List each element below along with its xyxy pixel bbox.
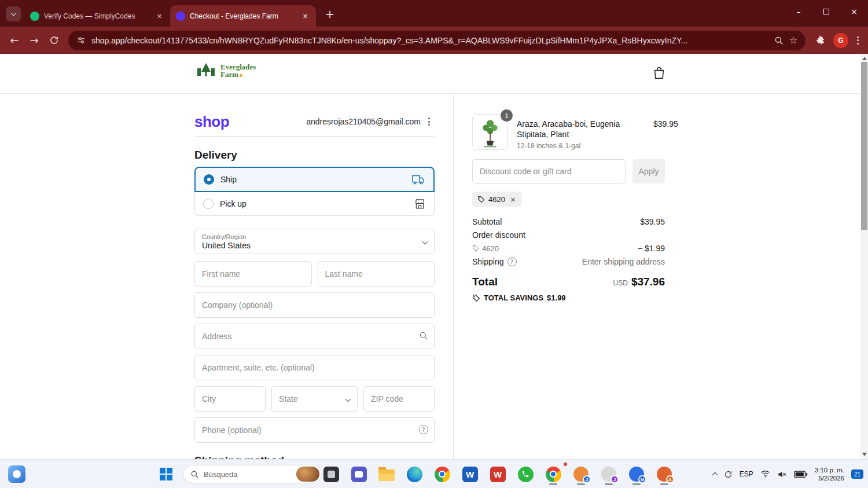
windows-taskbar: W W J J M A ESP 3:10 p. m. 5/2/2026 21 xyxy=(0,459,868,488)
tag-icon xyxy=(472,294,480,302)
scrollbar-thumb[interactable] xyxy=(861,62,867,230)
app-icon-chrome[interactable] xyxy=(428,463,456,486)
country-select[interactable]: Country/Region United States xyxy=(194,229,435,254)
profile-avatar[interactable]: G xyxy=(833,33,848,48)
page-scrollbar[interactable] xyxy=(860,54,868,459)
totals-section: Subtotal $39.95 Order discount 4620 xyxy=(472,217,665,302)
search-icon xyxy=(419,331,428,343)
tray-update-icon[interactable] xyxy=(724,470,733,479)
close-window-button[interactable]: × xyxy=(840,0,868,23)
url-text[interactable]: shop.app/checkout/1413775433/cn/hWN8RYQZ… xyxy=(91,36,768,45)
radio-selected-icon[interactable] xyxy=(204,174,214,185)
back-button[interactable]: ← xyxy=(5,31,24,50)
minimize-button[interactable]: – xyxy=(785,0,812,23)
url-bar[interactable]: shop.app/checkout/1413775433/cn/hWN8RYQZ… xyxy=(68,31,806,50)
discount-code-input[interactable] xyxy=(472,159,626,184)
cart-button[interactable] xyxy=(650,64,668,82)
state-select[interactable]: State xyxy=(271,386,358,412)
battery-icon[interactable] xyxy=(794,471,808,478)
app-icon-profile-3[interactable]: M xyxy=(623,463,650,486)
company-input[interactable] xyxy=(194,292,435,318)
shipping-help-icon[interactable]: ? xyxy=(507,257,517,266)
phone-icon xyxy=(521,470,529,478)
app-icon-file-explorer[interactable] xyxy=(373,463,400,486)
order-discount-label: Order discount xyxy=(472,230,525,240)
first-name-input[interactable] xyxy=(194,261,312,287)
search-highlight-image[interactable] xyxy=(296,467,319,482)
currency-code: USD xyxy=(613,279,628,287)
language-indicator[interactable]: ESP xyxy=(740,470,753,478)
city-input[interactable] xyxy=(194,386,266,412)
scroll-down-arrow-icon[interactable] xyxy=(862,453,867,456)
address-input[interactable] xyxy=(194,324,435,349)
new-tab-button[interactable]: + xyxy=(322,6,338,22)
maximize-button[interactable] xyxy=(812,0,840,23)
remove-discount-icon[interactable]: × xyxy=(510,195,516,204)
clock-date: 5/2/2026 xyxy=(815,474,844,482)
total-label: Total xyxy=(472,276,498,288)
app-icon-chrome-active[interactable] xyxy=(539,463,567,486)
store-logo[interactable]: Everglades Farm xyxy=(196,62,256,79)
taskbar-search[interactable] xyxy=(183,465,322,483)
country-label: Country/Region xyxy=(202,233,251,240)
tray-chevron-up-icon[interactable] xyxy=(712,472,718,478)
radio-unselected-icon[interactable] xyxy=(203,199,214,209)
app-icon-word[interactable]: W xyxy=(456,463,484,486)
tag-icon xyxy=(472,245,479,252)
total-savings-row: TOTAL SAVINGS $1.99 xyxy=(472,293,665,302)
zoom-icon[interactable] xyxy=(774,36,784,45)
order-discount-code: 4620 xyxy=(482,244,499,253)
app-icon-profile-2[interactable]: J xyxy=(595,463,623,486)
product-title: Araza, Aracaba-boi, Eugenia Stipitata, P… xyxy=(517,119,653,140)
checkout-page: Everglades Farm shop andresrojas210405@g… xyxy=(0,54,868,459)
taskbar-search-input[interactable] xyxy=(204,470,292,479)
tab-close-icon[interactable]: × xyxy=(155,11,164,21)
taskbar-app-icons: W W J J M A xyxy=(317,463,678,486)
product-price: $39.95 xyxy=(653,119,678,140)
savings-value: $1.99 xyxy=(547,293,566,302)
window-controls: – × xyxy=(785,0,868,23)
wifi-icon[interactable] xyxy=(760,470,770,478)
app-icon-profile-4[interactable]: A xyxy=(650,463,678,486)
app-icon-w-red[interactable]: W xyxy=(484,463,512,486)
browser-tab-simplycodes[interactable]: Verify Codes — SimplyCodes × xyxy=(24,5,170,27)
country-value: United States xyxy=(202,241,251,250)
scroll-up-arrow-icon[interactable] xyxy=(862,57,867,60)
bookmark-star-icon[interactable]: ☆ xyxy=(789,35,797,46)
app-icon-whatsapp[interactable] xyxy=(512,463,539,486)
delivery-option-pickup[interactable]: Pick up xyxy=(194,192,435,216)
browser-menu-button[interactable] xyxy=(852,34,863,47)
taskbar-clock[interactable]: 3:10 p. m. 5/2/2026 xyxy=(815,466,844,482)
start-button[interactable] xyxy=(160,468,172,480)
account-row: shop andresrojas210405@gmail.com xyxy=(194,113,435,130)
tab-search-button[interactable] xyxy=(6,6,21,21)
app-icon-profile-1[interactable]: J xyxy=(567,463,595,486)
last-name-input[interactable] xyxy=(318,261,435,287)
app-icon-edge[interactable] xyxy=(400,463,428,486)
account-menu-button[interactable] xyxy=(423,115,435,129)
volume-muted-icon[interactable] xyxy=(777,470,787,479)
tab-close-icon[interactable]: × xyxy=(300,11,310,21)
apartment-input[interactable] xyxy=(194,355,435,380)
subtotal-value: $39.95 xyxy=(640,217,665,226)
app-icon-chat[interactable] xyxy=(345,463,373,486)
apply-button[interactable]: Apply xyxy=(632,159,665,184)
extensions-button[interactable] xyxy=(810,31,830,50)
widgets-weather-icon[interactable] xyxy=(8,465,25,483)
site-info-icon[interactable] xyxy=(76,36,86,45)
notification-count-badge[interactable]: 21 xyxy=(851,469,863,479)
phone-help-icon[interactable]: ? xyxy=(419,425,428,434)
delivery-option-ship[interactable]: Ship xyxy=(194,167,435,192)
app-icon-dark-window[interactable] xyxy=(317,463,345,486)
savings-label: TOTAL SAVINGS xyxy=(484,293,543,302)
discount-chip[interactable]: 4620 × xyxy=(472,192,521,207)
forward-button[interactable]: → xyxy=(24,31,44,50)
truck-icon xyxy=(411,174,425,185)
zip-input[interactable] xyxy=(363,386,435,412)
phone-input[interactable] xyxy=(194,417,435,443)
chevron-down-icon xyxy=(345,396,351,402)
browser-tab-checkout[interactable]: Checkout - Everglades Farm × xyxy=(170,5,316,27)
name-row xyxy=(194,261,435,287)
reload-button[interactable] xyxy=(44,31,64,50)
discount-chip-code: 4620 xyxy=(488,195,505,204)
